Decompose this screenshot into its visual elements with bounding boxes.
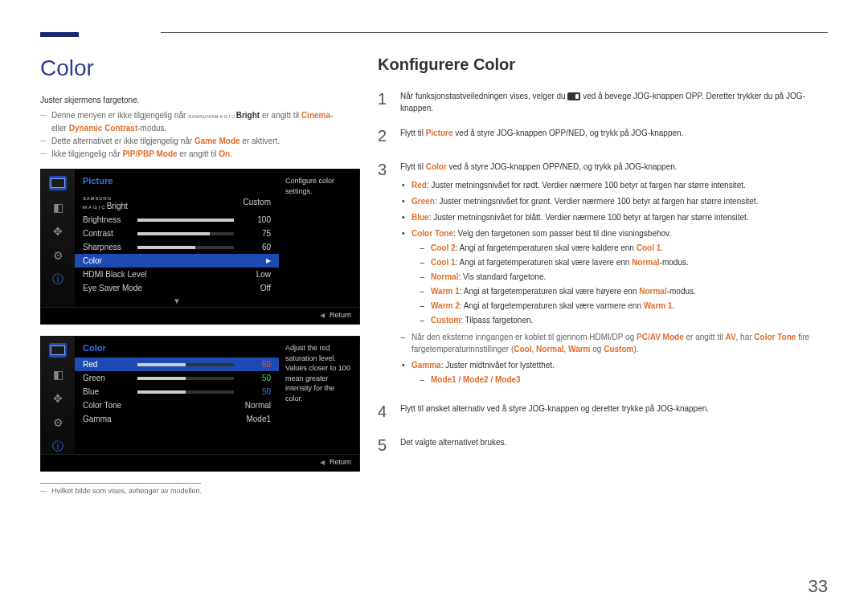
step-item: 2 Flytt til Picture ved å styre JOG-knap… bbox=[378, 124, 828, 148]
step-number: 2 bbox=[378, 124, 389, 148]
info-icon: ⓘ bbox=[49, 439, 67, 454]
step-list: 1 Når funksjonstastveiledningen vises, v… bbox=[378, 87, 828, 457]
slider-bar bbox=[137, 377, 234, 380]
bullet-item: Green: Juster metningsnivået for grønt. … bbox=[400, 195, 828, 207]
osd-row: Color Tone Normal bbox=[75, 398, 279, 412]
slider-bar bbox=[137, 390, 234, 394]
osd-row-selected: Color ▶ bbox=[75, 254, 279, 268]
osd-row-selected: Red 50 bbox=[75, 358, 279, 371]
note-item: Denne menyen er ikke tilgjengelig når SA… bbox=[40, 109, 346, 135]
bullet-item: Color Tone: Velg den fargetonen som pass… bbox=[400, 227, 828, 355]
gamma-sublist: Mode1 / Mode2 / Mode3 bbox=[420, 374, 828, 386]
osd-title: Picture bbox=[75, 174, 279, 190]
osd-row: Blue 50 bbox=[75, 385, 279, 398]
osd-screenshot-color: ◧ ✥ ⚙ ⓘ Color Red 50 Green 50 bbox=[40, 336, 360, 472]
scroll-down-icon: ▼ bbox=[75, 295, 279, 307]
back-icon: ◀ bbox=[320, 459, 325, 466]
colortone-note: Når den eksterne inngangen er koblet til… bbox=[400, 331, 828, 355]
footnote-divider bbox=[40, 483, 201, 484]
slider-bar bbox=[137, 219, 234, 222]
header-accent-bar bbox=[40, 32, 79, 37]
arrows-icon: ✥ bbox=[49, 224, 67, 239]
osd-row: SAMSUNGMAGICBright Custom bbox=[75, 190, 279, 213]
colortone-sublist: Cool 2: Angi at fargetemperaturen skal v… bbox=[420, 242, 828, 326]
palette-icon: ◧ bbox=[49, 367, 67, 382]
osd-row: Contrast 75 bbox=[75, 227, 279, 240]
osd-row: Eye Saver Mode Off bbox=[75, 281, 279, 295]
osd-row: Sharpness 60 bbox=[75, 240, 279, 254]
step-number: 3 bbox=[378, 157, 389, 390]
note-item: Dette alternativet er ikke tilgjengelig … bbox=[40, 135, 346, 148]
step-number: 5 bbox=[378, 433, 389, 457]
osd-sidebar: ◧ ✥ ⚙ ⓘ bbox=[41, 170, 75, 307]
osd-main: Color Red 50 Green 50 Blue 50 bbox=[75, 337, 279, 454]
osd-row: Gamma Mode1 bbox=[75, 412, 279, 426]
step-item: 4 Flytt til ønsket alternativ ved å styr… bbox=[378, 399, 828, 423]
footnote: Hvilket bilde som vises, avhenger av mod… bbox=[40, 487, 346, 495]
osd-screenshot-picture: ◧ ✥ ⚙ ⓘ Picture SAMSUNGMAGICBright Custo… bbox=[40, 169, 360, 325]
step-item: 3 Flytt til Color ved å styre JOG-knappe… bbox=[378, 157, 828, 390]
palette-icon: ◧ bbox=[49, 200, 67, 215]
gear-icon: ⚙ bbox=[49, 415, 67, 430]
step-item: 5 Det valgte alternativet brukes. bbox=[378, 433, 828, 457]
monitor-icon bbox=[49, 176, 67, 190]
availability-notes: Denne menyen er ikke tilgjengelig når SA… bbox=[40, 109, 346, 161]
chevron-right-icon: ▶ bbox=[266, 257, 271, 264]
bullet-item: Blue: Juster metningsnivået for blått. V… bbox=[400, 211, 828, 223]
step-item: 1 Når funksjonstastveiledningen vises, v… bbox=[378, 87, 828, 114]
osd-description: Adjust the red saturation level. Values … bbox=[279, 337, 359, 454]
osd-sidebar: ◧ ✥ ⚙ ⓘ bbox=[41, 337, 75, 454]
slider-bar bbox=[137, 246, 234, 249]
section-title: Color bbox=[40, 55, 346, 81]
osd-description: Configure color settings. bbox=[279, 170, 359, 307]
option-bullets: Red: Juster metningsnivået for rødt. Ver… bbox=[400, 179, 828, 386]
intro-text: Juster skjermens fargetone. bbox=[40, 96, 346, 104]
osd-footer: ◀Return bbox=[41, 454, 359, 471]
monitor-icon bbox=[49, 343, 67, 358]
bullet-item: Gamma: Juster midtnivået for lystetthet.… bbox=[400, 359, 828, 386]
menu-icon bbox=[567, 92, 580, 100]
page-columns: Color Juster skjermens fargetone. Denne … bbox=[40, 55, 828, 495]
gear-icon: ⚙ bbox=[49, 248, 67, 263]
info-icon: ⓘ bbox=[49, 272, 67, 287]
slider-bar bbox=[137, 363, 234, 366]
header-divider bbox=[161, 32, 828, 33]
right-column: Konfigurere Color 1 Når funksjonstastvei… bbox=[378, 55, 828, 495]
osd-title: Color bbox=[75, 341, 279, 358]
left-column: Color Juster skjermens fargetone. Denne … bbox=[40, 55, 346, 495]
procedure-title: Konfigurere Color bbox=[378, 55, 828, 74]
osd-row: HDMI Black Level Low bbox=[75, 268, 279, 281]
note-item: Ikke tilgjengelig når PIP/PBP Mode er an… bbox=[40, 148, 346, 161]
osd-footer: ◀Return bbox=[41, 307, 359, 324]
arrows-icon: ✥ bbox=[49, 391, 67, 406]
slider-bar bbox=[137, 232, 234, 235]
osd-main: Picture SAMSUNGMAGICBright Custom Bright… bbox=[75, 170, 279, 307]
step-number: 4 bbox=[378, 399, 389, 423]
page-number: 33 bbox=[809, 576, 828, 597]
bullet-item: Red: Juster metningsnivået for rødt. Ver… bbox=[400, 179, 828, 191]
osd-row: Green 50 bbox=[75, 371, 279, 385]
back-icon: ◀ bbox=[320, 312, 325, 319]
step-number: 1 bbox=[378, 87, 389, 114]
osd-row: Brightness 100 bbox=[75, 213, 279, 227]
